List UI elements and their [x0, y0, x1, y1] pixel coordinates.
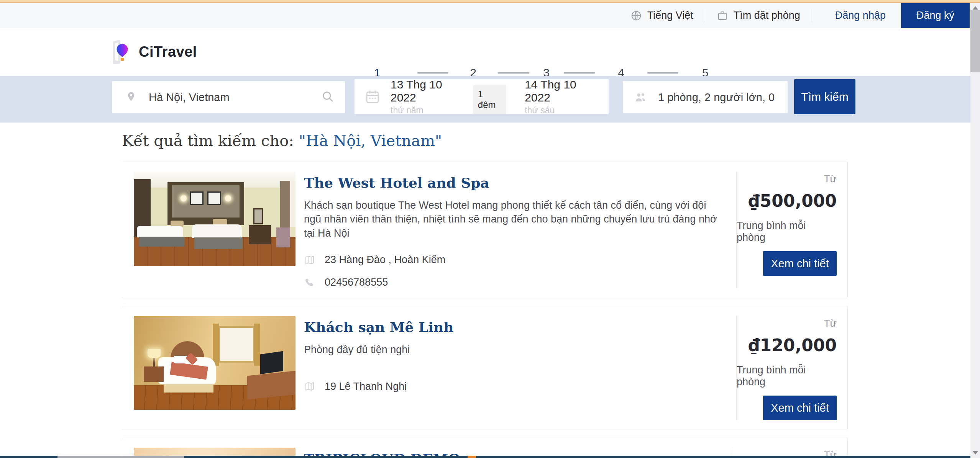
top-navigation: Tiếng Việt Tìm đặt phòng Đăng nhập Đăng … [0, 3, 980, 28]
nav-divider [812, 9, 812, 22]
nav-divider [705, 9, 705, 22]
results-heading: Kết quả tìm kiếm cho: "Hà Nội, Vietnam" [122, 132, 980, 149]
step-connector [498, 72, 529, 74]
hotel-card: TRIPICLOUD DEMO Hanoi Landmark 72 là khá… [122, 438, 848, 458]
phone-icon [304, 277, 315, 288]
checkin-weekday: thứ năm [391, 105, 465, 116]
view-details-button[interactable]: Xem chi tiết [763, 251, 837, 276]
hotel-info: The West Hotel and Spa Khách sạn boutiqu… [295, 172, 736, 288]
find-booking-link[interactable]: Tìm đặt phòng [717, 10, 800, 21]
guests-icon [633, 91, 648, 104]
location-value: Hà Nội, Vietnam [149, 91, 321, 104]
globe-icon [630, 10, 642, 21]
hotel-photo[interactable] [134, 316, 295, 410]
brand-logo[interactable]: CiTravel [110, 39, 197, 64]
price-from-label: Từ [824, 317, 837, 329]
hotel-phone: 02456788555 [325, 276, 388, 288]
guests-selector[interactable]: 1 phòng, 2 người lớn, 0 tr... [623, 81, 788, 113]
hotel-photo[interactable] [134, 172, 295, 266]
step-connector [564, 72, 595, 74]
bottom-strip-segment [57, 456, 184, 458]
hotel-name-link[interactable]: The West Hotel and Spa [304, 175, 721, 191]
results-heading-query: "Hà Nội, Vietnam" [299, 132, 442, 149]
checkout-date[interactable]: 14 Thg 10 2022 thứ sáu [525, 78, 599, 116]
hotel-description: Khách sạn boutique The West Hotel mang p… [304, 198, 721, 240]
guests-value: 1 phòng, 2 người lớn, 0 tr... [658, 91, 778, 104]
map-icon [304, 254, 315, 266]
balloon-logo-icon [110, 39, 134, 64]
checkin-date[interactable]: 13 Thg 10 2022 thứ năm [391, 78, 465, 116]
language-label: Tiếng Việt [647, 10, 693, 21]
checkin-date-value: 13 Thg 10 2022 [391, 78, 465, 104]
hotel-info: Khách sạn Mê Linh Phòng đầy đủ tiện nghi… [295, 316, 736, 420]
search-icon[interactable] [321, 90, 334, 105]
price-from-label: Từ [824, 173, 837, 185]
hotel-address-row: 23 Hàng Đào , Hoàn Kiếm [304, 254, 721, 266]
price-per-room-label: Trung bình mỗi phòng [737, 220, 837, 244]
briefcase-icon [717, 10, 728, 21]
checkout-date-value: 14 Thg 10 2022 [525, 78, 599, 104]
search-bar: Hà Nội, Vietnam 13 Thg 10 2022 thứ năm 1… [0, 76, 980, 123]
hotel-description: Phòng đầy đủ tiện nghi [304, 343, 721, 357]
scroll-down-arrow[interactable] [970, 448, 980, 457]
hotel-card: Khách sạn Mê Linh Phòng đầy đủ tiện nghi… [122, 306, 848, 430]
hotel-address: 19 Lê Thanh Nghị [325, 381, 407, 393]
location-pin-icon [126, 90, 136, 105]
brand-name: CiTravel [139, 44, 197, 60]
scrollbar-thumb[interactable] [970, 10, 980, 72]
step-connector [417, 72, 449, 74]
results-heading-prefix: Kết quả tìm kiếm cho: [122, 132, 299, 149]
calendar-icon [364, 89, 381, 105]
hotel-card: The West Hotel and Spa Khách sạn boutiqu… [122, 162, 848, 298]
location-input[interactable]: Hà Nội, Vietnam [112, 81, 345, 113]
login-link[interactable]: Đăng nhập [835, 10, 886, 21]
price-per-room-label: Trung bình mỗi phòng [737, 364, 837, 388]
checkout-weekday: thứ sáu [525, 105, 599, 116]
hotel-name-link[interactable]: Khách sạn Mê Linh [304, 319, 721, 335]
page-header: CiTravel 1 Chọn khách sạn 2 Tìm phòng 3 … [0, 28, 980, 76]
hotel-price-panel: Từ ₫500,000 Trung bình mỗi phòng Xem chi… [736, 172, 847, 288]
find-booking-label: Tìm đặt phòng [734, 10, 800, 21]
hotel-phone-row: 02456788555 [304, 276, 721, 288]
hotel-price: ₫500,000 [748, 191, 837, 211]
bottom-edge-strip [0, 456, 970, 458]
date-range-picker[interactable]: 13 Thg 10 2022 thứ năm 1 đêm 14 Thg 10 2… [355, 79, 609, 114]
search-results: Kết quả tìm kiếm cho: "Hà Nội, Vietnam" … [0, 123, 980, 458]
language-selector[interactable]: Tiếng Việt [630, 10, 693, 21]
hotel-address: 23 Hàng Đào , Hoàn Kiếm [325, 254, 445, 266]
nights-badge: 1 đêm [473, 85, 506, 114]
search-submit-button[interactable]: Tìm kiếm [794, 79, 855, 114]
map-icon [304, 381, 315, 392]
vertical-scrollbar[interactable] [970, 3, 980, 458]
bottom-strip-segment [468, 456, 476, 458]
hotel-address-row: 19 Lê Thanh Nghị [304, 381, 721, 393]
signup-button[interactable]: Đăng ký [901, 3, 970, 28]
top-accent-bar [0, 0, 980, 3]
step-connector [647, 72, 679, 74]
view-details-button[interactable]: Xem chi tiết [763, 396, 837, 420]
hotel-price-panel: Từ ₫120,000 Trung bình mỗi phòng Xem chi… [736, 316, 847, 420]
hotel-price: ₫120,000 [748, 335, 837, 355]
